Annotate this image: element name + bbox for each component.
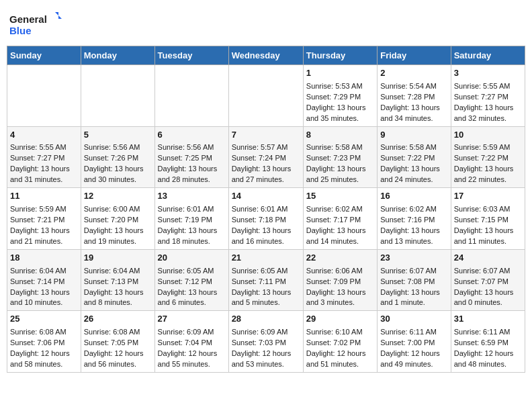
- cell-text-line: and 19 minutes.: [84, 236, 152, 247]
- svg-text:Blue: Blue: [9, 25, 32, 36]
- day-number: 19: [84, 252, 152, 265]
- cell-text-line: Daylight: 13 hours: [306, 287, 374, 298]
- cell-text-line: Sunset: 7:04 PM: [158, 338, 226, 349]
- cell-text-line: and 34 minutes.: [380, 113, 448, 124]
- cell-text-line: Sunrise: 5:55 AM: [454, 81, 522, 92]
- cell-text-line: Sunset: 7:28 PM: [380, 92, 448, 103]
- day-number: 18: [10, 252, 78, 265]
- cell-text-line: and 1 minute.: [380, 298, 448, 308]
- cell-text-line: Sunset: 6:59 PM: [454, 338, 522, 349]
- weekday-header-wednesday: Wednesday: [228, 46, 303, 65]
- cell-text-line: Sunset: 7:17 PM: [306, 215, 374, 226]
- cell-text-line: Daylight: 13 hours: [232, 226, 300, 236]
- day-number: 24: [454, 252, 522, 265]
- cell-text-line: Sunrise: 6:07 AM: [380, 266, 448, 277]
- cell-text-line: Sunrise: 5:55 AM: [10, 142, 78, 153]
- calendar-cell: 15Sunrise: 6:02 AMSunset: 7:17 PMDayligh…: [303, 188, 377, 250]
- cell-text-line: Sunset: 7:27 PM: [454, 92, 522, 103]
- cell-text-line: and 28 minutes.: [158, 175, 226, 185]
- cell-text-line: and 35 minutes.: [306, 113, 374, 124]
- cell-text-line: and 13 minutes.: [380, 236, 448, 247]
- cell-text-line: Sunset: 7:29 PM: [306, 92, 374, 103]
- cell-text-line: and 56 minutes.: [84, 359, 152, 370]
- cell-text-line: Sunset: 7:20 PM: [84, 215, 152, 226]
- day-number: 13: [158, 190, 226, 203]
- cell-text-line: and 0 minutes.: [454, 298, 522, 308]
- cell-text-line: Daylight: 13 hours: [454, 164, 522, 175]
- cell-text-line: Daylight: 13 hours: [306, 103, 374, 113]
- calendar-cell: 10Sunrise: 5:59 AMSunset: 7:22 PMDayligh…: [451, 126, 525, 188]
- day-number: 20: [158, 252, 226, 265]
- cell-text-line: Sunrise: 6:04 AM: [10, 266, 78, 277]
- cell-text-line: Daylight: 12 hours: [10, 349, 78, 359]
- cell-text-line: Sunrise: 5:57 AM: [232, 142, 300, 153]
- calendar-cell: 22Sunrise: 6:06 AMSunset: 7:09 PMDayligh…: [303, 249, 377, 311]
- day-number: 7: [232, 129, 300, 142]
- day-number: 21: [232, 252, 300, 265]
- cell-text-line: Daylight: 13 hours: [232, 164, 300, 175]
- day-number: 17: [454, 190, 522, 203]
- weekday-header-monday: Monday: [81, 46, 154, 65]
- cell-text-line: Sunrise: 6:05 AM: [158, 266, 226, 277]
- calendar-cell: [81, 65, 154, 127]
- calendar-cell: 8Sunrise: 5:58 AMSunset: 7:23 PMDaylight…: [303, 126, 377, 188]
- day-number: 12: [84, 190, 152, 203]
- cell-text-line: Sunset: 7:12 PM: [158, 277, 226, 287]
- cell-text-line: Daylight: 13 hours: [158, 226, 226, 236]
- cell-text-line: Sunset: 7:06 PM: [10, 338, 78, 349]
- cell-text-line: Sunrise: 6:07 AM: [454, 266, 522, 277]
- logo: General Blue: [9, 9, 63, 39]
- cell-text-line: Daylight: 13 hours: [232, 287, 300, 298]
- day-number: 28: [232, 313, 300, 326]
- calendar-week-row: 1Sunrise: 5:53 AMSunset: 7:29 PMDaylight…: [7, 65, 525, 127]
- calendar-cell: 11Sunrise: 5:59 AMSunset: 7:21 PMDayligh…: [7, 188, 81, 250]
- cell-text-line: Sunset: 7:22 PM: [454, 153, 522, 164]
- cell-text-line: and 55 minutes.: [158, 359, 226, 370]
- calendar-cell: 17Sunrise: 6:03 AMSunset: 7:15 PMDayligh…: [451, 188, 525, 250]
- calendar-cell: 5Sunrise: 5:56 AMSunset: 7:26 PMDaylight…: [81, 126, 154, 188]
- calendar-cell: 6Sunrise: 5:56 AMSunset: 7:25 PMDaylight…: [154, 126, 228, 188]
- cell-text-line: Daylight: 13 hours: [84, 226, 152, 236]
- page-header: General Blue: [7, 7, 525, 39]
- cell-text-line: Daylight: 13 hours: [454, 226, 522, 236]
- day-number: 11: [10, 190, 78, 203]
- cell-text-line: Sunrise: 6:02 AM: [306, 204, 374, 215]
- cell-text-line: Daylight: 13 hours: [10, 287, 78, 298]
- cell-text-line: Daylight: 12 hours: [84, 349, 152, 359]
- weekday-header-saturday: Saturday: [451, 46, 525, 65]
- cell-text-line: Sunset: 7:19 PM: [158, 215, 226, 226]
- cell-text-line: Sunset: 7:23 PM: [306, 153, 374, 164]
- weekday-header-friday: Friday: [378, 46, 451, 65]
- calendar-cell: 2Sunrise: 5:54 AMSunset: 7:28 PMDaylight…: [378, 65, 451, 127]
- cell-text-line: and 27 minutes.: [232, 175, 300, 185]
- cell-text-line: and 53 minutes.: [232, 359, 300, 370]
- cell-text-line: and 14 minutes.: [306, 236, 374, 247]
- cell-text-line: Daylight: 12 hours: [454, 349, 522, 359]
- cell-text-line: Daylight: 13 hours: [380, 103, 448, 113]
- day-number: 16: [380, 190, 448, 203]
- cell-text-line: Sunset: 7:24 PM: [232, 153, 300, 164]
- cell-text-line: Sunrise: 5:54 AM: [380, 81, 448, 92]
- day-number: 5: [84, 129, 152, 142]
- cell-text-line: Sunrise: 6:00 AM: [84, 204, 152, 215]
- cell-text-line: Daylight: 13 hours: [454, 287, 522, 298]
- cell-text-line: Sunset: 7:07 PM: [454, 277, 522, 287]
- calendar-week-row: 25Sunrise: 6:08 AMSunset: 7:06 PMDayligh…: [7, 311, 525, 373]
- cell-text-line: Sunset: 7:16 PM: [380, 215, 448, 226]
- cell-text-line: and 51 minutes.: [306, 359, 374, 370]
- cell-text-line: Sunrise: 6:09 AM: [158, 327, 226, 338]
- cell-text-line: Sunrise: 5:53 AM: [306, 81, 374, 92]
- calendar-cell: 28Sunrise: 6:09 AMSunset: 7:03 PMDayligh…: [228, 311, 303, 373]
- calendar-week-row: 11Sunrise: 5:59 AMSunset: 7:21 PMDayligh…: [7, 188, 525, 250]
- cell-text-line: Sunrise: 6:05 AM: [232, 266, 300, 277]
- svg-marker-2: [55, 12, 62, 19]
- cell-text-line: Daylight: 13 hours: [306, 226, 374, 236]
- calendar-cell: [7, 65, 81, 127]
- cell-text-line: and 18 minutes.: [158, 236, 226, 247]
- logo-icon: General Blue: [9, 9, 63, 39]
- cell-text-line: Daylight: 13 hours: [84, 164, 152, 175]
- calendar-cell: [228, 65, 303, 127]
- day-number: 14: [232, 190, 300, 203]
- cell-text-line: and 3 minutes.: [306, 298, 374, 308]
- cell-text-line: Sunrise: 6:08 AM: [84, 327, 152, 338]
